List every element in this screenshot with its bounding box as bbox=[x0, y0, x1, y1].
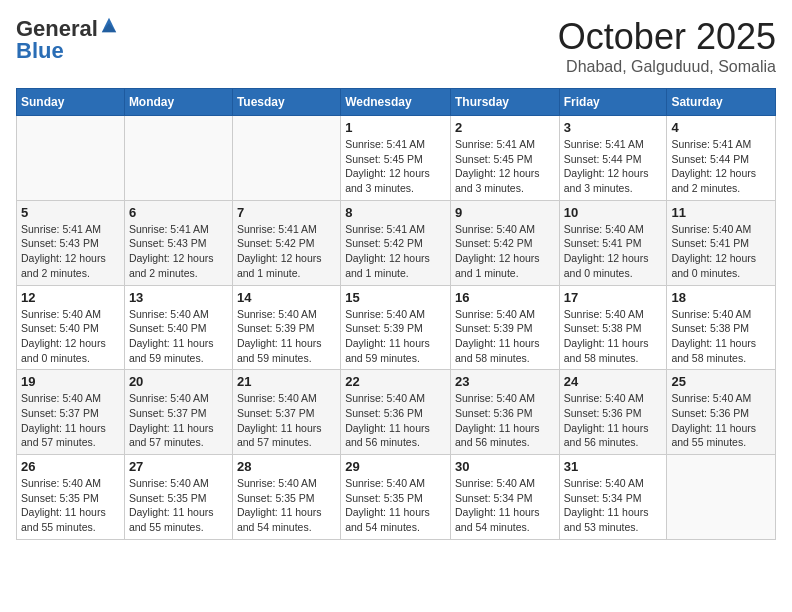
day-info: Sunrise: 5:40 AMSunset: 5:42 PMDaylight:… bbox=[455, 222, 555, 281]
table-row bbox=[667, 455, 776, 540]
day-info: Sunrise: 5:40 AMSunset: 5:35 PMDaylight:… bbox=[237, 476, 336, 535]
table-row: 21Sunrise: 5:40 AMSunset: 5:37 PMDayligh… bbox=[232, 370, 340, 455]
day-number: 29 bbox=[345, 459, 446, 474]
day-info: Sunrise: 5:40 AMSunset: 5:39 PMDaylight:… bbox=[345, 307, 446, 366]
header-thursday: Thursday bbox=[450, 89, 559, 116]
table-row: 23Sunrise: 5:40 AMSunset: 5:36 PMDayligh… bbox=[450, 370, 559, 455]
table-row: 12Sunrise: 5:40 AMSunset: 5:40 PMDayligh… bbox=[17, 285, 125, 370]
day-info: Sunrise: 5:41 AMSunset: 5:44 PMDaylight:… bbox=[564, 137, 663, 196]
table-row: 30Sunrise: 5:40 AMSunset: 5:34 PMDayligh… bbox=[450, 455, 559, 540]
table-row: 20Sunrise: 5:40 AMSunset: 5:37 PMDayligh… bbox=[124, 370, 232, 455]
table-row: 5Sunrise: 5:41 AMSunset: 5:43 PMDaylight… bbox=[17, 200, 125, 285]
table-row: 29Sunrise: 5:40 AMSunset: 5:35 PMDayligh… bbox=[341, 455, 451, 540]
calendar-week-row: 1Sunrise: 5:41 AMSunset: 5:45 PMDaylight… bbox=[17, 116, 776, 201]
day-number: 3 bbox=[564, 120, 663, 135]
location-text: Dhabad, Galguduud, Somalia bbox=[558, 58, 776, 76]
table-row: 11Sunrise: 5:40 AMSunset: 5:41 PMDayligh… bbox=[667, 200, 776, 285]
table-row: 28Sunrise: 5:40 AMSunset: 5:35 PMDayligh… bbox=[232, 455, 340, 540]
day-number: 20 bbox=[129, 374, 228, 389]
table-row: 27Sunrise: 5:40 AMSunset: 5:35 PMDayligh… bbox=[124, 455, 232, 540]
day-info: Sunrise: 5:40 AMSunset: 5:34 PMDaylight:… bbox=[564, 476, 663, 535]
day-info: Sunrise: 5:41 AMSunset: 5:43 PMDaylight:… bbox=[21, 222, 120, 281]
table-row: 7Sunrise: 5:41 AMSunset: 5:42 PMDaylight… bbox=[232, 200, 340, 285]
day-number: 25 bbox=[671, 374, 771, 389]
day-info: Sunrise: 5:40 AMSunset: 5:36 PMDaylight:… bbox=[345, 391, 446, 450]
day-info: Sunrise: 5:40 AMSunset: 5:34 PMDaylight:… bbox=[455, 476, 555, 535]
day-info: Sunrise: 5:40 AMSunset: 5:40 PMDaylight:… bbox=[129, 307, 228, 366]
table-row: 25Sunrise: 5:40 AMSunset: 5:36 PMDayligh… bbox=[667, 370, 776, 455]
day-number: 9 bbox=[455, 205, 555, 220]
table-row: 6Sunrise: 5:41 AMSunset: 5:43 PMDaylight… bbox=[124, 200, 232, 285]
day-number: 31 bbox=[564, 459, 663, 474]
table-row: 3Sunrise: 5:41 AMSunset: 5:44 PMDaylight… bbox=[559, 116, 667, 201]
day-number: 27 bbox=[129, 459, 228, 474]
table-row: 13Sunrise: 5:40 AMSunset: 5:40 PMDayligh… bbox=[124, 285, 232, 370]
day-number: 10 bbox=[564, 205, 663, 220]
day-number: 14 bbox=[237, 290, 336, 305]
day-number: 22 bbox=[345, 374, 446, 389]
day-info: Sunrise: 5:41 AMSunset: 5:44 PMDaylight:… bbox=[671, 137, 771, 196]
table-row: 24Sunrise: 5:40 AMSunset: 5:36 PMDayligh… bbox=[559, 370, 667, 455]
table-row bbox=[17, 116, 125, 201]
day-number: 23 bbox=[455, 374, 555, 389]
svg-marker-1 bbox=[102, 23, 116, 32]
day-number: 18 bbox=[671, 290, 771, 305]
day-number: 4 bbox=[671, 120, 771, 135]
day-info: Sunrise: 5:40 AMSunset: 5:36 PMDaylight:… bbox=[564, 391, 663, 450]
day-info: Sunrise: 5:41 AMSunset: 5:45 PMDaylight:… bbox=[345, 137, 446, 196]
calendar-week-row: 5Sunrise: 5:41 AMSunset: 5:43 PMDaylight… bbox=[17, 200, 776, 285]
day-number: 13 bbox=[129, 290, 228, 305]
table-row: 22Sunrise: 5:40 AMSunset: 5:36 PMDayligh… bbox=[341, 370, 451, 455]
day-number: 28 bbox=[237, 459, 336, 474]
table-row: 31Sunrise: 5:40 AMSunset: 5:34 PMDayligh… bbox=[559, 455, 667, 540]
table-row: 1Sunrise: 5:41 AMSunset: 5:45 PMDaylight… bbox=[341, 116, 451, 201]
table-row: 9Sunrise: 5:40 AMSunset: 5:42 PMDaylight… bbox=[450, 200, 559, 285]
day-info: Sunrise: 5:40 AMSunset: 5:39 PMDaylight:… bbox=[237, 307, 336, 366]
calendar-week-row: 12Sunrise: 5:40 AMSunset: 5:40 PMDayligh… bbox=[17, 285, 776, 370]
title-block: October 2025 Dhabad, Galguduud, Somalia bbox=[558, 16, 776, 76]
logo-icon bbox=[100, 16, 118, 34]
header-tuesday: Tuesday bbox=[232, 89, 340, 116]
day-number: 30 bbox=[455, 459, 555, 474]
calendar-table: Sunday Monday Tuesday Wednesday Thursday… bbox=[16, 88, 776, 540]
day-info: Sunrise: 5:40 AMSunset: 5:39 PMDaylight:… bbox=[455, 307, 555, 366]
table-row: 19Sunrise: 5:40 AMSunset: 5:37 PMDayligh… bbox=[17, 370, 125, 455]
day-info: Sunrise: 5:40 AMSunset: 5:36 PMDaylight:… bbox=[671, 391, 771, 450]
day-number: 19 bbox=[21, 374, 120, 389]
day-info: Sunrise: 5:40 AMSunset: 5:38 PMDaylight:… bbox=[564, 307, 663, 366]
day-info: Sunrise: 5:40 AMSunset: 5:41 PMDaylight:… bbox=[564, 222, 663, 281]
day-info: Sunrise: 5:41 AMSunset: 5:45 PMDaylight:… bbox=[455, 137, 555, 196]
calendar-week-row: 26Sunrise: 5:40 AMSunset: 5:35 PMDayligh… bbox=[17, 455, 776, 540]
day-number: 7 bbox=[237, 205, 336, 220]
table-row bbox=[232, 116, 340, 201]
header-saturday: Saturday bbox=[667, 89, 776, 116]
table-row: 14Sunrise: 5:40 AMSunset: 5:39 PMDayligh… bbox=[232, 285, 340, 370]
day-number: 24 bbox=[564, 374, 663, 389]
table-row: 18Sunrise: 5:40 AMSunset: 5:38 PMDayligh… bbox=[667, 285, 776, 370]
day-info: Sunrise: 5:40 AMSunset: 5:35 PMDaylight:… bbox=[129, 476, 228, 535]
day-number: 26 bbox=[21, 459, 120, 474]
calendar-week-row: 19Sunrise: 5:40 AMSunset: 5:37 PMDayligh… bbox=[17, 370, 776, 455]
table-row: 16Sunrise: 5:40 AMSunset: 5:39 PMDayligh… bbox=[450, 285, 559, 370]
table-row: 15Sunrise: 5:40 AMSunset: 5:39 PMDayligh… bbox=[341, 285, 451, 370]
day-info: Sunrise: 5:40 AMSunset: 5:38 PMDaylight:… bbox=[671, 307, 771, 366]
table-row: 26Sunrise: 5:40 AMSunset: 5:35 PMDayligh… bbox=[17, 455, 125, 540]
day-info: Sunrise: 5:40 AMSunset: 5:37 PMDaylight:… bbox=[237, 391, 336, 450]
day-number: 1 bbox=[345, 120, 446, 135]
header-friday: Friday bbox=[559, 89, 667, 116]
day-info: Sunrise: 5:41 AMSunset: 5:42 PMDaylight:… bbox=[345, 222, 446, 281]
day-info: Sunrise: 5:40 AMSunset: 5:35 PMDaylight:… bbox=[345, 476, 446, 535]
day-number: 6 bbox=[129, 205, 228, 220]
day-number: 16 bbox=[455, 290, 555, 305]
day-info: Sunrise: 5:40 AMSunset: 5:37 PMDaylight:… bbox=[129, 391, 228, 450]
day-info: Sunrise: 5:40 AMSunset: 5:36 PMDaylight:… bbox=[455, 391, 555, 450]
day-number: 12 bbox=[21, 290, 120, 305]
day-number: 5 bbox=[21, 205, 120, 220]
month-title: October 2025 bbox=[558, 16, 776, 58]
day-number: 15 bbox=[345, 290, 446, 305]
table-row: 4Sunrise: 5:41 AMSunset: 5:44 PMDaylight… bbox=[667, 116, 776, 201]
day-number: 21 bbox=[237, 374, 336, 389]
table-row: 2Sunrise: 5:41 AMSunset: 5:45 PMDaylight… bbox=[450, 116, 559, 201]
weekday-header-row: Sunday Monday Tuesday Wednesday Thursday… bbox=[17, 89, 776, 116]
logo: General Blue bbox=[16, 16, 118, 64]
